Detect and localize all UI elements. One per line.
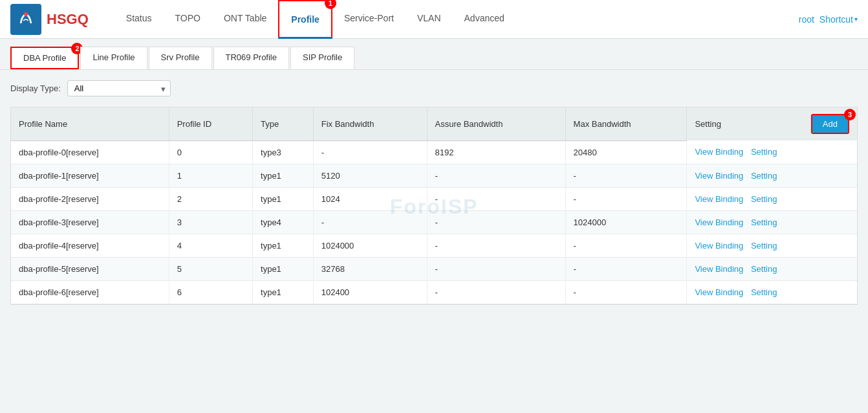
table-row: dba-profile-3[reserve] 3 type4 - - 10240… (11, 210, 857, 234)
cell-profile-id: 6 (169, 280, 252, 304)
cell-assure-bw: 8192 (427, 140, 565, 164)
cell-profile-name: dba-profile-3[reserve] (11, 210, 169, 234)
logo-area: HSGQ (10, 4, 89, 35)
cell-fix-bw: 1024000 (313, 234, 427, 257)
nav-profile-wrap: Profile 1 (278, 0, 332, 39)
col-setting: Setting Add 3 (687, 107, 857, 140)
setting-link[interactable]: Setting (751, 241, 777, 251)
setting-link[interactable]: Setting (751, 287, 777, 297)
cell-fix-bw: 5120 (313, 164, 427, 187)
cell-profile-name: dba-profile-5[reserve] (11, 257, 169, 280)
cell-profile-name: dba-profile-2[reserve] (11, 187, 169, 210)
view-binding-link[interactable]: View Binding (695, 194, 743, 204)
cell-type: type1 (253, 187, 314, 210)
display-type-select-wrapper: All Type1 Type2 Type3 Type4 (67, 80, 171, 96)
cell-profile-name: dba-profile-0[reserve] (11, 140, 169, 164)
nav-item-ont-table[interactable]: ONT Table (212, 0, 278, 39)
dba-profile-table: Profile Name Profile ID Type Fix Bandwid… (11, 107, 857, 304)
nav-item-status[interactable]: Status (114, 0, 164, 39)
cell-type: type4 (253, 210, 314, 234)
sub-tab-dba-profile[interactable]: DBA Profile 2 (10, 47, 79, 69)
cell-assure-bw: - (427, 280, 565, 304)
cell-assure-bw: - (427, 210, 565, 234)
cell-actions: View Binding Setting (687, 257, 857, 280)
logo-text: HSGQ (47, 11, 89, 28)
cell-assure-bw: - (427, 164, 565, 187)
cell-profile-id: 5 (169, 257, 252, 280)
col-profile-name: Profile Name (11, 107, 169, 140)
cell-type: type1 (253, 234, 314, 257)
nav-item-vlan[interactable]: VLAN (406, 0, 453, 39)
nav-item-topo[interactable]: TOPO (164, 0, 212, 39)
view-binding-link[interactable]: View Binding (695, 171, 743, 181)
cell-actions: View Binding Setting (687, 234, 857, 257)
view-binding-link[interactable]: View Binding (695, 147, 743, 157)
cell-actions: View Binding Setting (687, 140, 857, 164)
view-binding-link[interactable]: View Binding (695, 218, 743, 227)
table-row: dba-profile-4[reserve] 4 type1 1024000 -… (11, 234, 857, 257)
cell-profile-id: 2 (169, 187, 252, 210)
cell-actions: View Binding Setting (687, 187, 857, 210)
col-assure-bandwidth: Assure Bandwidth (427, 107, 565, 140)
cell-fix-bw: 102400 (313, 280, 427, 304)
table-row: dba-profile-1[reserve] 1 type1 5120 - - … (11, 164, 857, 187)
nav-item-advanced[interactable]: Advanced (453, 0, 516, 39)
profile-underline (278, 37, 332, 39)
setting-link[interactable]: Setting (751, 194, 777, 204)
content-area: Display Type: All Type1 Type2 Type3 Type… (0, 70, 868, 315)
add-btn-wrapper: Add 3 (811, 114, 849, 134)
cell-actions: View Binding Setting (687, 164, 857, 187)
cell-profile-id: 1 (169, 164, 252, 187)
nav-right: root Shortcut ▾ (799, 14, 858, 25)
cell-assure-bw: - (427, 187, 565, 210)
setting-link[interactable]: Setting (751, 218, 777, 227)
sub-tab-srv-profile[interactable]: Srv Profile (149, 47, 212, 69)
add-button[interactable]: Add (811, 114, 849, 134)
col-fix-bandwidth: Fix Bandwidth (313, 107, 427, 140)
cell-max-bw: - (565, 187, 687, 210)
cell-max-bw: - (565, 234, 687, 257)
setting-link[interactable]: Setting (751, 264, 777, 274)
main-nav: Status TOPO ONT Table Profile 1 Service-… (114, 0, 799, 39)
view-binding-link[interactable]: View Binding (695, 264, 743, 274)
display-type-label: Display Type: (10, 84, 61, 93)
setting-link[interactable]: Setting (751, 147, 777, 157)
sub-tab-sip-profile[interactable]: SIP Profile (290, 47, 354, 69)
nav-shortcut[interactable]: Shortcut ▾ (819, 14, 858, 25)
sub-tab-tr069-profile[interactable]: TR069 Profile (213, 47, 289, 69)
sub-tab-line-profile[interactable]: Line Profile (80, 47, 147, 69)
cell-actions: View Binding Setting (687, 210, 857, 234)
nav-item-profile[interactable]: Profile 1 (278, 0, 332, 39)
cell-assure-bw: - (427, 257, 565, 280)
cell-type: type1 (253, 280, 314, 304)
table-header-row: Profile Name Profile ID Type Fix Bandwid… (11, 107, 857, 140)
cell-max-bw: - (565, 280, 687, 304)
nav-user: root (799, 14, 814, 25)
cell-max-bw: 1024000 (565, 210, 687, 234)
display-type-select[interactable]: All Type1 Type2 Type3 Type4 (67, 80, 171, 96)
cell-fix-bw: - (313, 210, 427, 234)
badge-3: 3 (844, 109, 856, 120)
table-wrapper: Profile Name Profile ID Type Fix Bandwid… (10, 107, 858, 305)
cell-profile-id: 4 (169, 234, 252, 257)
col-profile-id: Profile ID (169, 107, 252, 140)
table-row: dba-profile-0[reserve] 0 type3 - 8192 20… (11, 140, 857, 164)
cell-profile-id: 3 (169, 210, 252, 234)
cell-profile-name: dba-profile-4[reserve] (11, 234, 169, 257)
svg-point-1 (24, 12, 28, 16)
table-body: dba-profile-0[reserve] 0 type3 - 8192 20… (11, 140, 857, 304)
setting-link[interactable]: Setting (751, 171, 777, 181)
cell-type: type1 (253, 257, 314, 280)
view-binding-link[interactable]: View Binding (695, 241, 743, 251)
cell-assure-bw: - (427, 234, 565, 257)
header: HSGQ Status TOPO ONT Table Profile 1 Ser… (0, 0, 868, 39)
nav-item-service-port[interactable]: Service-Port (332, 0, 406, 39)
table-row: dba-profile-5[reserve] 5 type1 32768 - -… (11, 257, 857, 280)
col-max-bandwidth: Max Bandwidth (565, 107, 687, 140)
table-row: dba-profile-2[reserve] 2 type1 1024 - - … (11, 187, 857, 210)
view-binding-link[interactable]: View Binding (695, 287, 743, 297)
cell-fix-bw: 1024 (313, 187, 427, 210)
cell-profile-name: dba-profile-6[reserve] (11, 280, 169, 304)
cell-type: type1 (253, 164, 314, 187)
cell-profile-name: dba-profile-1[reserve] (11, 164, 169, 187)
